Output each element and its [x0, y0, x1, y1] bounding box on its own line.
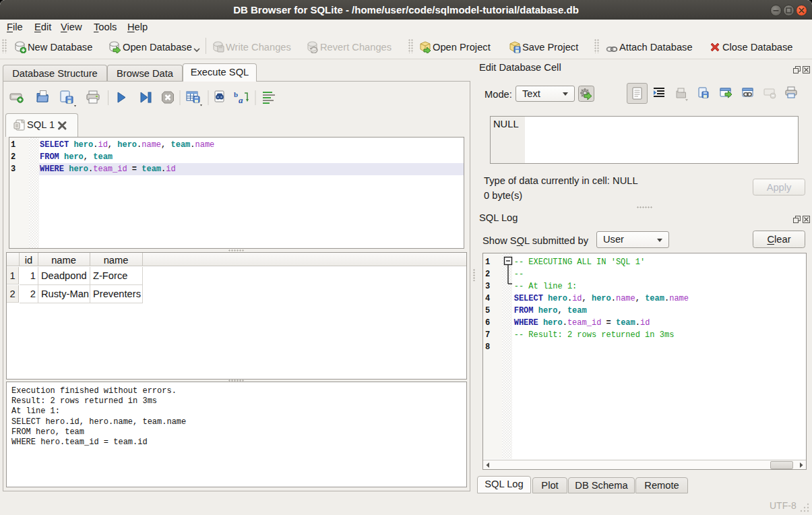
- svg-text:a: a: [239, 95, 243, 105]
- svg-text:b: b: [234, 90, 238, 98]
